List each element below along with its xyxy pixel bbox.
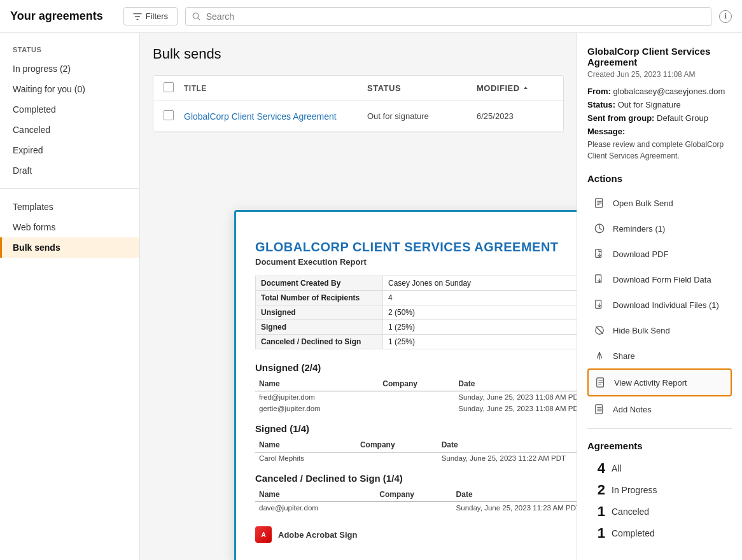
action-view-activity-report[interactable]: View Activity Report bbox=[587, 368, 732, 396]
canceled-date-1: Sunday, June 25, 2023 11:23 AM PDT bbox=[452, 502, 577, 514]
summary-row-recipients: Total Number of Recipients 4 bbox=[256, 291, 577, 305]
main-content: Bulk sends TITLE STATUS MODIFIED bbox=[140, 33, 577, 145]
page-title: Bulk sends bbox=[153, 46, 564, 62]
agreements-table: TITLE STATUS MODIFIED GlobalCorp Client … bbox=[153, 75, 564, 132]
signed-table: Name Company Date Carol Mephits Sunday, … bbox=[255, 438, 577, 464]
unsigned-col-name: Name bbox=[255, 377, 379, 391]
sidebar-item-in-progress[interactable]: In progress (2) bbox=[0, 59, 139, 79]
unsigned-name-1: fred@jupiter.dom bbox=[255, 391, 379, 403]
panel-sent-from: Sent from group: Default Group bbox=[587, 113, 732, 123]
action-open-bulk-send[interactable]: Open Bulk Send bbox=[587, 190, 732, 216]
search-bar[interactable] bbox=[185, 7, 711, 26]
action-view-activity-label: View Activity Report bbox=[614, 378, 687, 388]
action-share[interactable]: Share bbox=[587, 343, 732, 368]
signed-company-1 bbox=[356, 452, 438, 465]
panel-divider bbox=[587, 428, 732, 429]
row-title[interactable]: GlobalCorp Client Services Agreement bbox=[184, 111, 360, 122]
summary-row-created-by: Document Created By Casey Jones on Sunda… bbox=[256, 276, 577, 291]
panel-status: Status: Out for Signature bbox=[587, 100, 732, 109]
action-download-individual-label: Download Individual Files (1) bbox=[613, 300, 719, 310]
canceled-col-company: Company bbox=[375, 487, 452, 502]
stat-in-progress: 2 In Progress bbox=[587, 479, 732, 501]
filter-icon bbox=[133, 12, 142, 21]
canceled-company-1 bbox=[375, 502, 452, 514]
reminders-icon bbox=[592, 221, 606, 235]
stat-canceled-num: 1 bbox=[587, 503, 605, 520]
stat-all-num: 4 bbox=[587, 460, 605, 477]
action-reminders[interactable]: Reminders (1) bbox=[587, 216, 732, 241]
header-check[interactable] bbox=[164, 82, 176, 94]
search-icon bbox=[192, 12, 201, 21]
unsigned-section-title: Unsigned (2/4) bbox=[255, 362, 577, 373]
action-add-notes[interactable]: Add Notes bbox=[587, 396, 732, 422]
summary-value-created-by: Casey Jones on Sunday bbox=[383, 276, 577, 291]
print-report-button[interactable]: Print this report bbox=[255, 225, 577, 234]
action-download-form-field-label: Download Form Field Data bbox=[613, 275, 711, 284]
signed-header-row: Name Company Date bbox=[255, 438, 577, 452]
app-title: Your agreements bbox=[10, 10, 103, 23]
summary-row-signed: Signed 1 (25%) bbox=[256, 320, 577, 335]
panel-sent-from-label: Sent from group: bbox=[587, 113, 654, 123]
info-icon[interactable]: ℹ bbox=[719, 10, 732, 23]
sidebar-item-waiting[interactable]: Waiting for you (0) bbox=[0, 79, 139, 99]
summary-label-canceled: Canceled / Declined to Sign bbox=[256, 335, 383, 349]
sidebar-item-templates[interactable]: Templates bbox=[0, 197, 139, 217]
unsigned-header-row: Name Company Date bbox=[255, 377, 577, 391]
sidebar-item-expired[interactable]: Expired bbox=[0, 140, 139, 160]
table-row[interactable]: GlobalCorp Client Services Agreement Out… bbox=[153, 101, 563, 132]
panel-message: Message: Please review and complete Glob… bbox=[587, 127, 732, 162]
unsigned-name-2: gertie@jupiter.dom bbox=[255, 403, 379, 414]
unsigned-row-1: fred@jupiter.dom Sunday, June 25, 2023 1… bbox=[255, 391, 577, 403]
actions-section-title: Actions bbox=[587, 173, 732, 184]
summary-value-signed: 1 (25%) bbox=[383, 320, 577, 335]
action-hide-bulk-send-label: Hide Bulk Send bbox=[613, 326, 670, 335]
action-download-pdf[interactable]: Download PDF bbox=[587, 241, 732, 267]
action-download-pdf-label: Download PDF bbox=[613, 249, 668, 259]
sidebar-item-bulk-sends[interactable]: Bulk sends bbox=[0, 237, 139, 258]
action-download-form-field[interactable]: Download Form Field Data bbox=[587, 267, 732, 292]
row-status: Out for signature bbox=[367, 111, 469, 121]
filter-label: Filters bbox=[146, 11, 168, 21]
action-hide-bulk-send[interactable]: Hide Bulk Send bbox=[587, 318, 732, 343]
unsigned-row-2: gertie@jupiter.dom Sunday, June 25, 2023… bbox=[255, 403, 577, 414]
hide-bulk-send-icon bbox=[592, 323, 606, 337]
sidebar-item-canceled[interactable]: Canceled bbox=[0, 120, 139, 140]
signed-col-company: Company bbox=[356, 438, 438, 452]
col-modified-header[interactable]: MODIFIED bbox=[477, 83, 553, 93]
panel-status-value: Out for Signature bbox=[618, 100, 681, 109]
stat-canceled: 1 Canceled bbox=[587, 501, 732, 522]
summary-value-unsigned: 2 (50%) bbox=[383, 305, 577, 320]
row-checkbox[interactable] bbox=[164, 110, 174, 120]
stat-completed: 1 Completed bbox=[587, 522, 732, 544]
open-bulk-send-icon bbox=[592, 196, 606, 210]
download-pdf-icon bbox=[592, 247, 606, 261]
stat-in-progress-label: In Progress bbox=[612, 485, 657, 495]
row-check[interactable] bbox=[164, 110, 176, 122]
unsigned-col-company: Company bbox=[379, 377, 454, 391]
col-status-header: STATUS bbox=[367, 83, 469, 93]
select-all-checkbox[interactable] bbox=[164, 82, 174, 92]
panel-status-label: Status: bbox=[587, 100, 615, 109]
signed-name-1: Carol Mephits bbox=[255, 452, 356, 465]
canceled-col-date: Date bbox=[452, 487, 577, 502]
report-title: GLOBALCORP CLIENT SERVICES AGREEMENT bbox=[255, 240, 577, 255]
action-download-individual[interactable]: Download Individual Files (1) bbox=[587, 292, 732, 318]
canceled-section-title: Canceled / Declined to Sign (1/4) bbox=[255, 473, 577, 484]
filter-button[interactable]: Filters bbox=[123, 7, 178, 25]
sidebar-item-web-forms[interactable]: Web forms bbox=[0, 217, 139, 237]
panel-sent-from-value: Default Group bbox=[657, 113, 708, 123]
panel-message-label: Message: bbox=[587, 127, 625, 136]
action-add-notes-label: Add Notes bbox=[613, 405, 652, 414]
summary-value-recipients: 4 bbox=[383, 291, 577, 305]
sidebar-item-draft[interactable]: Draft bbox=[0, 160, 139, 181]
canceled-table: Name Company Date dave@jupiter.dom Sunda… bbox=[255, 487, 577, 514]
action-reminders-label: Reminders (1) bbox=[613, 224, 665, 234]
signed-col-date: Date bbox=[438, 438, 577, 452]
summary-row-unsigned: Unsigned 2 (50%) bbox=[256, 305, 577, 320]
search-input[interactable] bbox=[206, 11, 704, 22]
panel-from: From: globalcasey@caseyjones.dom bbox=[587, 87, 732, 96]
sidebar-item-completed[interactable]: Completed bbox=[0, 99, 139, 120]
canceled-col-name: Name bbox=[255, 487, 375, 502]
acrobat-logo: A bbox=[255, 526, 272, 543]
download-individual-icon bbox=[592, 298, 606, 312]
